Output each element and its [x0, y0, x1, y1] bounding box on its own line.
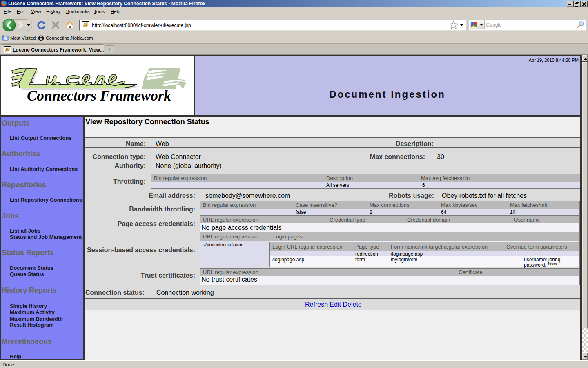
svg-text:Connectors Framework: Connectors Framework — [27, 88, 171, 104]
